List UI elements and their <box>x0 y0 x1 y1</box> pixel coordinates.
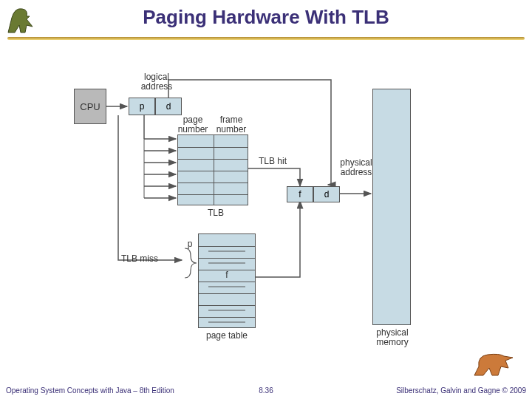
physical-d-cell: d <box>313 186 340 202</box>
title-rule <box>7 37 525 40</box>
physical-address-label: physical address <box>335 158 377 177</box>
page-table-f-label: f <box>222 270 232 280</box>
page-number-label: page number <box>174 115 211 134</box>
page-table-inner-icon <box>198 233 256 328</box>
frame-number-label: frame number <box>213 115 250 134</box>
page-table-p-label: p <box>185 239 195 249</box>
tlb-label: TLB <box>201 208 231 218</box>
physical-memory-box <box>372 89 411 325</box>
page-table-label: page table <box>201 331 253 341</box>
logical-d-cell: d <box>155 98 182 115</box>
logical-address-label: logical address <box>134 72 179 92</box>
dino-icon <box>471 346 519 378</box>
physical-memory-label: physical memory <box>369 328 415 347</box>
slide-title: Paging Hardware With TLB <box>0 0 532 29</box>
physical-f-cell: f <box>287 186 313 202</box>
tlb-miss-label: TLB miss <box>121 254 166 264</box>
diagram-wires <box>0 0 532 399</box>
footer-right: Silberschatz, Galvin and Gagne © 2009 <box>396 386 526 395</box>
tlb-hit-label: TLB hit <box>254 157 291 166</box>
logical-p-cell: p <box>129 98 155 115</box>
dino-icon <box>4 3 41 35</box>
tlb-table <box>177 134 248 205</box>
cpu-box: CPU <box>74 89 106 124</box>
